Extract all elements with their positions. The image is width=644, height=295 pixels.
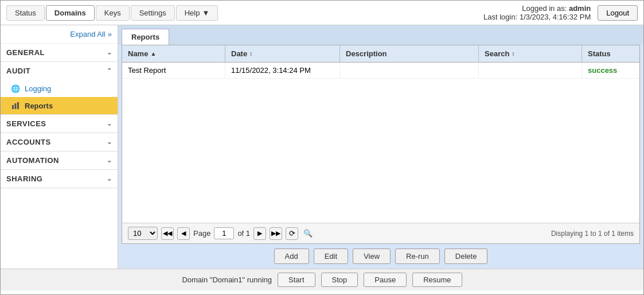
action-bar: Add Edit View Re-run Delete xyxy=(118,244,643,269)
last-login: Last login: 1/3/2023, 4:16:32 PM xyxy=(483,13,591,21)
delete-button[interactable]: Delete xyxy=(444,249,488,264)
next-page-button[interactable]: ▶ xyxy=(253,227,266,240)
page-number-input[interactable] xyxy=(214,227,234,239)
chevron-down-icon: ⌄ xyxy=(107,157,112,164)
per-page-select[interactable]: 10 25 50 100 xyxy=(128,227,158,240)
tab-domains[interactable]: Domains xyxy=(46,5,95,21)
table-header: Name ▲ Date ↕ Description Search ↕ Statu… xyxy=(122,45,639,63)
globe-icon: 🌐 xyxy=(11,84,20,93)
cell-search xyxy=(479,63,582,78)
pagination-left: 10 25 50 100 ◀◀ ◀ Page of 1 ▶ ▶▶ ⟳ 🔍 xyxy=(128,227,314,240)
sidebar-section-services: SERVICES ⌄ xyxy=(1,115,118,133)
expand-all-icon: » xyxy=(108,30,112,38)
add-button[interactable]: Add xyxy=(274,249,309,264)
tab-settings[interactable]: Settings xyxy=(131,5,175,21)
chevron-down-icon: ⌄ xyxy=(107,138,112,146)
cell-description xyxy=(340,63,479,78)
tab-help[interactable]: Help ▼ xyxy=(176,5,218,21)
tab-status[interactable]: Status xyxy=(6,5,45,21)
col-header-search[interactable]: Search ↕ xyxy=(479,45,582,62)
content-tab-bar: Reports xyxy=(118,25,643,45)
last-page-button[interactable]: ▶▶ xyxy=(270,227,282,240)
pagination-display-info: Displaying 1 to 1 of 1 items xyxy=(551,230,634,238)
resume-button[interactable]: Resume xyxy=(412,273,462,287)
username: admin xyxy=(569,4,591,13)
stop-button[interactable]: Stop xyxy=(321,273,358,287)
content-area: Reports Name ▲ Date ↕ Description Search… xyxy=(118,25,643,269)
col-header-date[interactable]: Date ↕ xyxy=(225,45,340,62)
chevron-down-icon: ▼ xyxy=(202,9,209,17)
table-row[interactable]: Test Report 11/15/2022, 3:14:24 PM succe… xyxy=(122,63,639,79)
sidebar-item-reports[interactable]: Reports xyxy=(1,97,118,114)
svg-rect-1 xyxy=(15,103,17,109)
login-info: Logged in as: admin Last login: 1/3/2023… xyxy=(483,4,591,21)
sidebar-section-sharing: SHARING ⌄ xyxy=(1,170,118,188)
sidebar-section-services-header[interactable]: SERVICES ⌄ xyxy=(1,115,118,133)
chart-icon xyxy=(11,101,20,110)
sidebar-section-accounts: ACCOUNTS ⌄ xyxy=(1,133,118,152)
chevron-up-icon: ⌃ xyxy=(107,67,112,75)
reports-table: Name ▲ Date ↕ Description Search ↕ Statu… xyxy=(122,45,640,244)
table-body: Test Report 11/15/2022, 3:14:24 PM succe… xyxy=(122,63,639,223)
sort-asc-icon: ▲ xyxy=(150,51,156,57)
sidebar-section-audit: AUDIT ⌃ 🌐 Logging Reports xyxy=(1,62,118,115)
svg-rect-0 xyxy=(12,105,14,109)
sort-icon: ↕ xyxy=(512,51,514,57)
page-label: Page xyxy=(193,229,210,238)
chevron-down-icon: ⌄ xyxy=(107,49,112,56)
svg-rect-2 xyxy=(17,102,19,109)
sidebar-section-accounts-header[interactable]: ACCOUNTS ⌄ xyxy=(1,133,118,151)
sidebar: Expand All » GENERAL ⌄ AUDIT ⌃ 🌐 Logging xyxy=(1,25,118,269)
main-layout: Expand All » GENERAL ⌄ AUDIT ⌃ 🌐 Logging xyxy=(1,25,643,269)
tab-keys[interactable]: Keys xyxy=(96,5,130,21)
footer: Domain "Domain1" running Start Stop Paus… xyxy=(1,269,643,290)
prev-page-button[interactable]: ◀ xyxy=(177,227,190,240)
sidebar-section-automation: AUTOMATION ⌄ xyxy=(1,152,118,170)
header-right: Logged in as: admin Last login: 1/3/2023… xyxy=(483,4,638,21)
sidebar-item-logging[interactable]: 🌐 Logging xyxy=(1,80,118,97)
edit-button[interactable]: Edit xyxy=(314,249,348,264)
pagination-bar: 10 25 50 100 ◀◀ ◀ Page of 1 ▶ ▶▶ ⟳ 🔍 Dis… xyxy=(122,223,639,243)
cell-name: Test Report xyxy=(122,63,225,78)
col-header-status: Status xyxy=(582,45,639,62)
sidebar-section-sharing-header[interactable]: SHARING ⌄ xyxy=(1,170,118,188)
nav-tabs: Status Domains Keys Settings Help ▼ xyxy=(6,5,218,21)
view-button[interactable]: View xyxy=(353,249,391,264)
cell-status: success xyxy=(582,63,639,78)
col-header-name[interactable]: Name ▲ xyxy=(122,45,225,62)
logout-button[interactable]: Logout xyxy=(598,5,638,21)
chevron-down-icon: ⌄ xyxy=(107,120,112,127)
content-tab-reports[interactable]: Reports xyxy=(122,29,169,45)
sidebar-section-general: GENERAL ⌄ xyxy=(1,44,118,62)
cell-date: 11/15/2022, 3:14:24 PM xyxy=(225,63,340,78)
chevron-down-icon: ⌄ xyxy=(107,175,112,183)
zoom-button[interactable]: 🔍 xyxy=(302,227,314,240)
expand-all-button[interactable]: Expand All » xyxy=(1,25,118,44)
pause-button[interactable]: Pause xyxy=(364,273,407,287)
refresh-button[interactable]: ⟳ xyxy=(286,227,298,240)
page-of-label: of 1 xyxy=(237,229,250,238)
app-header: Status Domains Keys Settings Help ▼ Logg… xyxy=(1,1,643,25)
login-label: Logged in as: xyxy=(522,4,567,13)
sidebar-section-automation-header[interactable]: AUTOMATION ⌄ xyxy=(1,152,118,169)
col-header-description: Description xyxy=(340,45,479,62)
sidebar-section-general-header[interactable]: GENERAL ⌄ xyxy=(1,44,118,61)
domain-status: Domain "Domain1" running xyxy=(182,275,272,284)
start-button[interactable]: Start xyxy=(278,273,315,287)
sort-icon: ↕ xyxy=(249,51,252,57)
first-page-button[interactable]: ◀◀ xyxy=(161,227,174,240)
sidebar-section-audit-header[interactable]: AUDIT ⌃ xyxy=(1,62,118,80)
rerun-button[interactable]: Re-run xyxy=(395,249,440,264)
